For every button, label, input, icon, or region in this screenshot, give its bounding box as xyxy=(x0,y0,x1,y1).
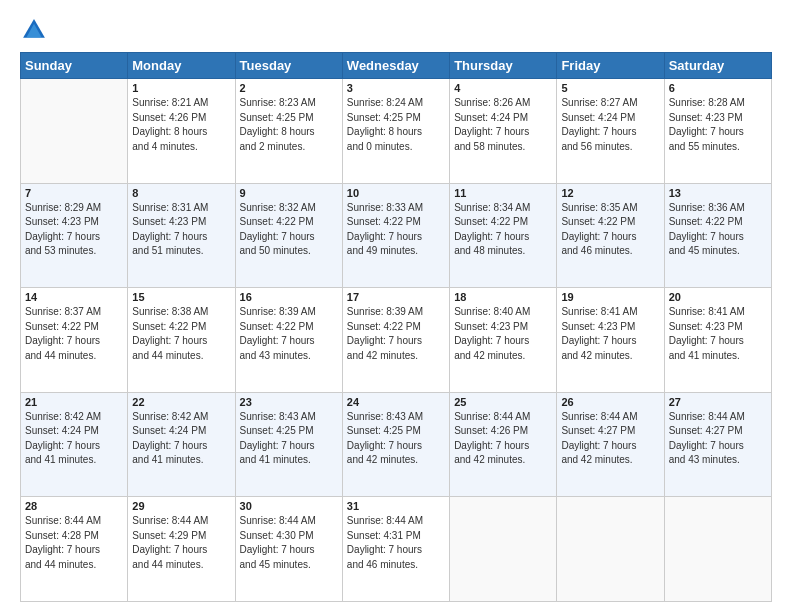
weekday-header-saturday: Saturday xyxy=(664,53,771,79)
day-number: 24 xyxy=(347,396,445,408)
weekday-header-sunday: Sunday xyxy=(21,53,128,79)
weekday-header-wednesday: Wednesday xyxy=(342,53,449,79)
day-info: Sunrise: 8:44 AM Sunset: 4:27 PM Dayligh… xyxy=(561,410,659,468)
calendar-cell: 3Sunrise: 8:24 AM Sunset: 4:25 PM Daylig… xyxy=(342,79,449,184)
calendar-cell: 14Sunrise: 8:37 AM Sunset: 4:22 PM Dayli… xyxy=(21,288,128,393)
day-number: 18 xyxy=(454,291,552,303)
day-number: 19 xyxy=(561,291,659,303)
day-info: Sunrise: 8:42 AM Sunset: 4:24 PM Dayligh… xyxy=(25,410,123,468)
page: SundayMondayTuesdayWednesdayThursdayFrid… xyxy=(0,0,792,612)
calendar-cell: 2Sunrise: 8:23 AM Sunset: 4:25 PM Daylig… xyxy=(235,79,342,184)
calendar-cell: 26Sunrise: 8:44 AM Sunset: 4:27 PM Dayli… xyxy=(557,392,664,497)
day-number: 25 xyxy=(454,396,552,408)
day-info: Sunrise: 8:44 AM Sunset: 4:31 PM Dayligh… xyxy=(347,514,445,572)
day-info: Sunrise: 8:41 AM Sunset: 4:23 PM Dayligh… xyxy=(669,305,767,363)
calendar-cell: 16Sunrise: 8:39 AM Sunset: 4:22 PM Dayli… xyxy=(235,288,342,393)
calendar-cell: 22Sunrise: 8:42 AM Sunset: 4:24 PM Dayli… xyxy=(128,392,235,497)
calendar-cell: 8Sunrise: 8:31 AM Sunset: 4:23 PM Daylig… xyxy=(128,183,235,288)
day-info: Sunrise: 8:21 AM Sunset: 4:26 PM Dayligh… xyxy=(132,96,230,154)
day-info: Sunrise: 8:24 AM Sunset: 4:25 PM Dayligh… xyxy=(347,96,445,154)
day-info: Sunrise: 8:29 AM Sunset: 4:23 PM Dayligh… xyxy=(25,201,123,259)
day-number: 3 xyxy=(347,82,445,94)
day-info: Sunrise: 8:38 AM Sunset: 4:22 PM Dayligh… xyxy=(132,305,230,363)
calendar-cell: 19Sunrise: 8:41 AM Sunset: 4:23 PM Dayli… xyxy=(557,288,664,393)
calendar-cell xyxy=(21,79,128,184)
calendar-cell: 4Sunrise: 8:26 AM Sunset: 4:24 PM Daylig… xyxy=(450,79,557,184)
day-number: 20 xyxy=(669,291,767,303)
calendar-cell: 7Sunrise: 8:29 AM Sunset: 4:23 PM Daylig… xyxy=(21,183,128,288)
calendar-cell: 1Sunrise: 8:21 AM Sunset: 4:26 PM Daylig… xyxy=(128,79,235,184)
calendar-cell: 30Sunrise: 8:44 AM Sunset: 4:30 PM Dayli… xyxy=(235,497,342,602)
day-info: Sunrise: 8:44 AM Sunset: 4:29 PM Dayligh… xyxy=(132,514,230,572)
day-number: 9 xyxy=(240,187,338,199)
calendar-cell: 29Sunrise: 8:44 AM Sunset: 4:29 PM Dayli… xyxy=(128,497,235,602)
calendar-week-row: 21Sunrise: 8:42 AM Sunset: 4:24 PM Dayli… xyxy=(21,392,772,497)
day-number: 8 xyxy=(132,187,230,199)
day-info: Sunrise: 8:23 AM Sunset: 4:25 PM Dayligh… xyxy=(240,96,338,154)
calendar-cell: 11Sunrise: 8:34 AM Sunset: 4:22 PM Dayli… xyxy=(450,183,557,288)
calendar-cell: 20Sunrise: 8:41 AM Sunset: 4:23 PM Dayli… xyxy=(664,288,771,393)
calendar-cell: 9Sunrise: 8:32 AM Sunset: 4:22 PM Daylig… xyxy=(235,183,342,288)
day-info: Sunrise: 8:32 AM Sunset: 4:22 PM Dayligh… xyxy=(240,201,338,259)
calendar-cell: 10Sunrise: 8:33 AM Sunset: 4:22 PM Dayli… xyxy=(342,183,449,288)
day-info: Sunrise: 8:35 AM Sunset: 4:22 PM Dayligh… xyxy=(561,201,659,259)
header xyxy=(20,16,772,44)
day-number: 4 xyxy=(454,82,552,94)
day-number: 13 xyxy=(669,187,767,199)
calendar-week-row: 14Sunrise: 8:37 AM Sunset: 4:22 PM Dayli… xyxy=(21,288,772,393)
day-number: 31 xyxy=(347,500,445,512)
calendar-cell: 18Sunrise: 8:40 AM Sunset: 4:23 PM Dayli… xyxy=(450,288,557,393)
calendar-cell: 27Sunrise: 8:44 AM Sunset: 4:27 PM Dayli… xyxy=(664,392,771,497)
day-info: Sunrise: 8:33 AM Sunset: 4:22 PM Dayligh… xyxy=(347,201,445,259)
calendar-week-row: 7Sunrise: 8:29 AM Sunset: 4:23 PM Daylig… xyxy=(21,183,772,288)
day-info: Sunrise: 8:44 AM Sunset: 4:30 PM Dayligh… xyxy=(240,514,338,572)
calendar-table: SundayMondayTuesdayWednesdayThursdayFrid… xyxy=(20,52,772,602)
logo-icon xyxy=(20,16,48,44)
calendar-cell: 13Sunrise: 8:36 AM Sunset: 4:22 PM Dayli… xyxy=(664,183,771,288)
logo xyxy=(20,16,52,44)
weekday-header-tuesday: Tuesday xyxy=(235,53,342,79)
day-number: 26 xyxy=(561,396,659,408)
day-info: Sunrise: 8:39 AM Sunset: 4:22 PM Dayligh… xyxy=(347,305,445,363)
day-number: 28 xyxy=(25,500,123,512)
day-number: 11 xyxy=(454,187,552,199)
day-info: Sunrise: 8:27 AM Sunset: 4:24 PM Dayligh… xyxy=(561,96,659,154)
calendar-cell: 21Sunrise: 8:42 AM Sunset: 4:24 PM Dayli… xyxy=(21,392,128,497)
day-info: Sunrise: 8:42 AM Sunset: 4:24 PM Dayligh… xyxy=(132,410,230,468)
calendar-cell: 17Sunrise: 8:39 AM Sunset: 4:22 PM Dayli… xyxy=(342,288,449,393)
weekday-header-row: SundayMondayTuesdayWednesdayThursdayFrid… xyxy=(21,53,772,79)
day-info: Sunrise: 8:37 AM Sunset: 4:22 PM Dayligh… xyxy=(25,305,123,363)
day-number: 27 xyxy=(669,396,767,408)
calendar-cell: 23Sunrise: 8:43 AM Sunset: 4:25 PM Dayli… xyxy=(235,392,342,497)
weekday-header-friday: Friday xyxy=(557,53,664,79)
day-number: 7 xyxy=(25,187,123,199)
day-info: Sunrise: 8:34 AM Sunset: 4:22 PM Dayligh… xyxy=(454,201,552,259)
calendar-cell xyxy=(557,497,664,602)
day-info: Sunrise: 8:26 AM Sunset: 4:24 PM Dayligh… xyxy=(454,96,552,154)
day-number: 23 xyxy=(240,396,338,408)
day-number: 6 xyxy=(669,82,767,94)
calendar-cell: 28Sunrise: 8:44 AM Sunset: 4:28 PM Dayli… xyxy=(21,497,128,602)
day-number: 14 xyxy=(25,291,123,303)
day-info: Sunrise: 8:28 AM Sunset: 4:23 PM Dayligh… xyxy=(669,96,767,154)
day-number: 1 xyxy=(132,82,230,94)
day-info: Sunrise: 8:44 AM Sunset: 4:28 PM Dayligh… xyxy=(25,514,123,572)
day-number: 17 xyxy=(347,291,445,303)
weekday-header-thursday: Thursday xyxy=(450,53,557,79)
day-info: Sunrise: 8:31 AM Sunset: 4:23 PM Dayligh… xyxy=(132,201,230,259)
day-number: 16 xyxy=(240,291,338,303)
day-number: 12 xyxy=(561,187,659,199)
day-info: Sunrise: 8:39 AM Sunset: 4:22 PM Dayligh… xyxy=(240,305,338,363)
calendar-cell: 6Sunrise: 8:28 AM Sunset: 4:23 PM Daylig… xyxy=(664,79,771,184)
calendar-cell: 15Sunrise: 8:38 AM Sunset: 4:22 PM Dayli… xyxy=(128,288,235,393)
calendar-cell xyxy=(450,497,557,602)
weekday-header-monday: Monday xyxy=(128,53,235,79)
day-info: Sunrise: 8:43 AM Sunset: 4:25 PM Dayligh… xyxy=(240,410,338,468)
day-number: 22 xyxy=(132,396,230,408)
day-info: Sunrise: 8:41 AM Sunset: 4:23 PM Dayligh… xyxy=(561,305,659,363)
day-info: Sunrise: 8:43 AM Sunset: 4:25 PM Dayligh… xyxy=(347,410,445,468)
calendar-week-row: 1Sunrise: 8:21 AM Sunset: 4:26 PM Daylig… xyxy=(21,79,772,184)
day-number: 10 xyxy=(347,187,445,199)
calendar-cell xyxy=(664,497,771,602)
day-info: Sunrise: 8:40 AM Sunset: 4:23 PM Dayligh… xyxy=(454,305,552,363)
